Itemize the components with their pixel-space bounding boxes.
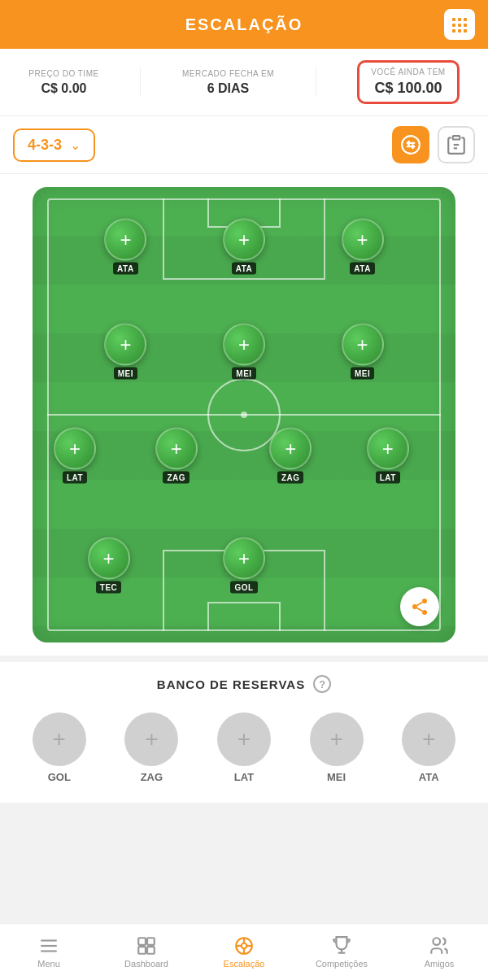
player-mei3[interactable]: + MEI bbox=[342, 323, 384, 379]
bench-player-lat[interactable]: + LAT bbox=[217, 712, 271, 783]
header: ESCALAÇÃO bbox=[0, 0, 488, 49]
formation-row: 4-3-3 ⌄ bbox=[0, 116, 488, 174]
share-button[interactable] bbox=[400, 587, 439, 626]
mercado-value: 6 DIAS bbox=[182, 81, 274, 96]
calendar-icon[interactable] bbox=[444, 9, 475, 40]
svg-rect-22 bbox=[147, 938, 155, 945]
preco-label: PREÇO DO TIME bbox=[28, 69, 98, 78]
nav-amigos-label: Amigos bbox=[425, 959, 455, 969]
divider-1 bbox=[140, 68, 141, 97]
player-mei1[interactable]: + MEI bbox=[104, 323, 146, 379]
saldo-value: C$ 100.00 bbox=[371, 80, 445, 97]
friends-icon bbox=[429, 935, 450, 956]
nav-dashboard-label: Dashboard bbox=[124, 959, 168, 969]
dashboard-icon bbox=[136, 935, 157, 956]
nav-competicoes-label: Competições bbox=[316, 959, 368, 969]
stats-row: PREÇO DO TIME C$ 0.00 MERCADO FECHA EM 6… bbox=[0, 49, 488, 116]
svg-rect-2 bbox=[464, 18, 467, 21]
stat-preco: PREÇO DO TIME C$ 0.00 bbox=[28, 69, 98, 96]
transfer-button[interactable] bbox=[392, 126, 429, 163]
calendar-grid-icon bbox=[450, 15, 469, 34]
bench-player-gol[interactable]: + GOL bbox=[33, 712, 86, 783]
player-ata3[interactable]: + ATA bbox=[342, 218, 384, 274]
clipboard-button[interactable] bbox=[438, 126, 475, 163]
nav-item-competicoes[interactable]: Competições bbox=[309, 935, 374, 969]
svg-rect-7 bbox=[458, 29, 461, 33]
divider-2 bbox=[316, 68, 316, 97]
player-ata1[interactable]: + ATA bbox=[104, 218, 146, 274]
nav-item-escalacao[interactable]: Escalação bbox=[211, 935, 277, 969]
svg-line-17 bbox=[417, 603, 423, 606]
menu-icon bbox=[38, 935, 59, 956]
svg-rect-0 bbox=[452, 18, 455, 21]
svg-point-14 bbox=[412, 604, 417, 609]
nav-item-dashboard[interactable]: Dashboard bbox=[114, 935, 179, 969]
bench-help-button[interactable]: ? bbox=[313, 675, 331, 693]
stat-mercado: MERCADO FECHA EM 6 DIAS bbox=[182, 69, 274, 96]
svg-rect-1 bbox=[458, 18, 461, 21]
svg-point-15 bbox=[422, 610, 427, 615]
bottom-nav: Menu Dashboard Escalação bbox=[0, 923, 488, 980]
bench-header: BANCO DE RESERVAS ? bbox=[13, 675, 475, 693]
transfer-icon bbox=[400, 134, 421, 155]
page-title: ESCALAÇÃO bbox=[185, 15, 303, 34]
bench-title: BANCO DE RESERVAS bbox=[157, 677, 305, 691]
saldo-label: VOCÊ AINDA TEM bbox=[371, 68, 445, 76]
soccer-field: + ATA + ATA + ATA + MEI + MEI + MEI + LA… bbox=[33, 187, 455, 642]
goal-bottom bbox=[207, 602, 281, 631]
svg-rect-4 bbox=[458, 24, 461, 27]
bench-section: BANCO DE RESERVAS ? + GOL + ZAG + LAT + … bbox=[0, 662, 488, 803]
player-mei2[interactable]: + MEI bbox=[223, 323, 265, 379]
player-tec[interactable]: + TEC bbox=[88, 537, 130, 593]
bench-player-zag[interactable]: + ZAG bbox=[124, 712, 178, 783]
escalacao-icon bbox=[233, 935, 255, 956]
svg-rect-3 bbox=[452, 24, 455, 27]
share-icon bbox=[410, 597, 429, 616]
nav-item-amigos[interactable]: Amigos bbox=[407, 935, 472, 969]
svg-point-26 bbox=[242, 943, 247, 949]
svg-rect-8 bbox=[464, 29, 467, 33]
svg-rect-6 bbox=[452, 29, 455, 33]
stat-saldo: VOCÊ AINDA TEM C$ 100.00 bbox=[357, 60, 459, 104]
player-gol[interactable]: + GOL bbox=[223, 537, 265, 593]
formation-label: 4-3-3 bbox=[28, 137, 62, 154]
formation-selector[interactable]: 4-3-3 ⌄ bbox=[13, 128, 95, 162]
preco-value: C$ 0.00 bbox=[28, 81, 98, 96]
player-zag1[interactable]: + ZAG bbox=[155, 428, 198, 484]
player-lat1[interactable]: + LAT bbox=[54, 428, 96, 484]
bench-player-ata[interactable]: + ATA bbox=[402, 712, 455, 783]
svg-point-33 bbox=[433, 938, 440, 945]
svg-line-16 bbox=[417, 608, 423, 612]
svg-rect-10 bbox=[453, 136, 460, 139]
formation-actions bbox=[392, 126, 475, 163]
clipboard-icon bbox=[446, 134, 467, 155]
svg-rect-21 bbox=[138, 938, 146, 945]
field-container: + ATA + ATA + ATA + MEI + MEI + MEI + LA… bbox=[0, 174, 488, 656]
svg-point-9 bbox=[402, 136, 420, 154]
bench-players: + GOL + ZAG + LAT + MEI + ATA bbox=[13, 706, 475, 790]
chevron-down-icon: ⌄ bbox=[70, 137, 81, 153]
mercado-label: MERCADO FECHA EM bbox=[182, 69, 274, 78]
svg-point-13 bbox=[422, 599, 427, 603]
center-dot bbox=[241, 412, 247, 418]
nav-menu-label: Menu bbox=[37, 959, 60, 969]
player-ata2[interactable]: + ATA bbox=[223, 218, 265, 274]
nav-escalacao-label: Escalação bbox=[224, 959, 265, 969]
nav-item-menu[interactable]: Menu bbox=[16, 935, 81, 969]
player-zag2[interactable]: + ZAG bbox=[269, 428, 312, 484]
player-lat2[interactable]: + LAT bbox=[367, 428, 409, 484]
svg-rect-24 bbox=[147, 947, 155, 954]
bench-player-mei[interactable]: + MEI bbox=[310, 712, 364, 783]
trophy-icon bbox=[331, 935, 352, 956]
svg-rect-5 bbox=[464, 24, 467, 27]
svg-rect-23 bbox=[138, 947, 146, 954]
